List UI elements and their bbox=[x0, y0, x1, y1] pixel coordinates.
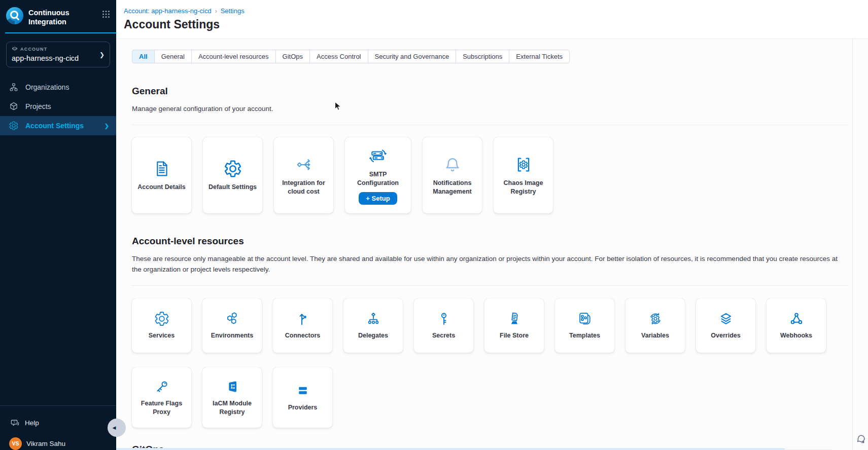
settings-content: All General Account-level resources GitO… bbox=[116, 39, 868, 450]
help-chat-icon: ? bbox=[10, 418, 20, 428]
user-name: Vikram Sahu bbox=[26, 440, 65, 447]
breadcrumb: Account: app-harness-ng-cicd › Settings bbox=[124, 7, 868, 15]
module-flag-icon bbox=[224, 379, 240, 395]
general-cards: Account Details Default Settings Integra… bbox=[132, 137, 868, 213]
resource-cards-row2: Feature Flags Proxy IaCM Module Registry bbox=[132, 367, 868, 428]
sidebar-footer: ? Help VS Vikram Sahu bbox=[0, 405, 116, 450]
tab-external-tickets[interactable]: External Tickets bbox=[509, 50, 570, 63]
feedback-widget-button[interactable] bbox=[855, 433, 867, 445]
module-title: Continuous Integration bbox=[28, 7, 97, 26]
fork-arrow-icon bbox=[295, 311, 311, 327]
resource-card-overrides[interactable]: Overrides bbox=[696, 298, 755, 353]
card-chaos-image-registry[interactable]: Chaos Image Registry bbox=[494, 137, 553, 213]
tab-gitops[interactable]: GitOps bbox=[275, 50, 310, 63]
cube-icon bbox=[9, 101, 19, 111]
sidebar-item-account-settings[interactable]: Account Settings ❯ bbox=[0, 116, 116, 135]
module-accent-rule bbox=[5, 32, 116, 33]
sidebar-item-label: Organizations bbox=[25, 83, 69, 91]
resource-card-delegates[interactable]: Delegates bbox=[343, 298, 403, 353]
resource-card-webhooks[interactable]: Webhooks bbox=[767, 298, 826, 353]
resource-card-environments[interactable]: Environments bbox=[202, 298, 262, 353]
card-integration-cloud-cost[interactable]: Integration for cloud cost bbox=[274, 137, 333, 213]
resource-card-providers[interactable]: Providers bbox=[273, 367, 332, 428]
mail-server-sync-icon bbox=[368, 146, 388, 166]
resource-card-variables[interactable]: Variables bbox=[626, 298, 685, 353]
hexagons-icon bbox=[224, 311, 240, 327]
tab-subscriptions[interactable]: Subscriptions bbox=[456, 50, 509, 63]
sidebar-item-projects[interactable]: Projects bbox=[0, 97, 116, 116]
resources-section-description: These are resource only manageable at th… bbox=[132, 254, 849, 275]
branch-share-icon bbox=[294, 155, 314, 174]
page-header: Account: app-harness-ng-cicd › Settings … bbox=[116, 0, 868, 39]
card-default-settings[interactable]: Default Settings bbox=[203, 137, 262, 213]
sidebar-nav: Organizations Projects Account Settings … bbox=[0, 78, 116, 135]
general-section-title: General bbox=[132, 86, 868, 97]
resource-card-file-store[interactable]: File Store bbox=[484, 298, 544, 353]
main-area: Account: app-harness-ng-cicd › Settings … bbox=[116, 0, 868, 450]
settings-tabs: All General Account-level resources GitO… bbox=[132, 50, 570, 63]
sidebar-collapse-button[interactable]: ◀ bbox=[108, 419, 126, 437]
harness-ci-logo bbox=[6, 7, 23, 24]
breadcrumb-settings-link[interactable]: Settings bbox=[221, 7, 245, 15]
svg-text:?: ? bbox=[13, 421, 15, 425]
bell-icon bbox=[443, 155, 462, 174]
breadcrumb-account-link[interactable]: Account: app-harness-ng-cicd bbox=[124, 7, 212, 15]
page-title: Account Settings bbox=[124, 18, 868, 31]
gear-sync-icon bbox=[647, 311, 664, 327]
sidebar: Continuous Integration ACCOUNT app-harne… bbox=[0, 0, 116, 450]
next-section-edge bbox=[116, 448, 785, 450]
tab-access-control[interactable]: Access Control bbox=[309, 50, 368, 63]
bars-icon bbox=[295, 383, 311, 399]
card-smtp-configuration[interactable]: SMTP Configuration + Setup bbox=[345, 137, 411, 213]
resources-section-title: Account-level resources bbox=[132, 236, 868, 247]
resource-card-iacm-module-registry[interactable]: IaCM Module Registry bbox=[202, 367, 262, 428]
resource-card-templates[interactable]: Templates bbox=[555, 298, 614, 353]
resource-card-secrets[interactable]: Secrets bbox=[414, 298, 473, 353]
org-tree-icon bbox=[365, 311, 381, 327]
webhook-icon bbox=[788, 311, 805, 327]
resource-card-connectors[interactable]: Connectors bbox=[273, 298, 332, 353]
user-menu[interactable]: VS Vikram Sahu bbox=[0, 428, 116, 450]
sidebar-item-label: Account Settings bbox=[25, 122, 84, 130]
gear-icon bbox=[154, 311, 170, 327]
chevron-right-icon: ❯ bbox=[105, 123, 109, 129]
tab-all[interactable]: All bbox=[132, 50, 155, 63]
account-label: ACCOUNT bbox=[20, 47, 47, 52]
gear-icon bbox=[223, 159, 242, 178]
chevron-left-icon: ◀ bbox=[113, 425, 116, 430]
module-switcher-button[interactable] bbox=[102, 10, 110, 18]
sidebar-item-label: Projects bbox=[25, 102, 51, 110]
general-section-description: Manage general configuration of your acc… bbox=[132, 104, 849, 114]
scrollbar-track[interactable] bbox=[852, 39, 853, 450]
card-notifications-management[interactable]: Notifications Management bbox=[423, 137, 482, 213]
org-chart-icon bbox=[9, 82, 19, 92]
avatar: VS bbox=[9, 437, 22, 450]
sidebar-item-organizations[interactable]: Organizations bbox=[0, 78, 116, 97]
account-name: app-harness-ng-cicd bbox=[12, 54, 105, 62]
layers-icon bbox=[718, 311, 734, 327]
chat-refresh-icon bbox=[855, 433, 867, 445]
account-icon bbox=[12, 46, 18, 52]
smtp-setup-button[interactable]: + Setup bbox=[359, 192, 397, 205]
card-account-details[interactable]: Account Details bbox=[132, 137, 191, 213]
help-label: Help bbox=[25, 419, 39, 427]
resource-card-services[interactable]: Services bbox=[132, 298, 191, 353]
sidebar-header: Continuous Integration bbox=[0, 0, 116, 26]
resource-card-feature-flags-proxy[interactable]: Feature Flags Proxy bbox=[132, 367, 191, 428]
tab-general[interactable]: General bbox=[154, 50, 192, 63]
chevron-right-icon: ❯ bbox=[99, 51, 105, 58]
section-divider bbox=[132, 285, 849, 286]
breadcrumb-separator: › bbox=[215, 8, 217, 15]
gear-brackets-icon bbox=[514, 155, 533, 174]
account-selector[interactable]: ACCOUNT app-harness-ng-cicd ❯ bbox=[6, 42, 110, 67]
gear-icon bbox=[9, 121, 19, 131]
key-icon bbox=[436, 311, 452, 327]
section-divider bbox=[132, 125, 849, 125]
tab-account-level-resources[interactable]: Account-level resources bbox=[191, 50, 276, 63]
diagonal-key-icon bbox=[154, 379, 170, 395]
document-icon bbox=[152, 159, 171, 178]
help-button[interactable]: ? Help bbox=[0, 406, 116, 428]
template-doc-icon bbox=[577, 311, 593, 327]
file-stand-icon bbox=[506, 311, 523, 327]
tab-security-and-governance[interactable]: Security and Governance bbox=[368, 50, 457, 63]
